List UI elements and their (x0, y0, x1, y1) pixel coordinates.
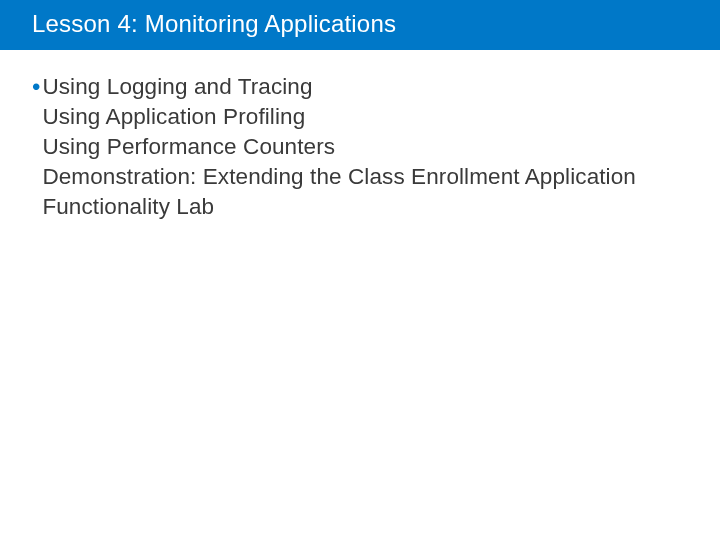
slide-title: Lesson 4: Monitoring Applications (32, 10, 396, 37)
bullet-icon: • (32, 72, 40, 102)
bullet-line: Using Application Profiling (42, 102, 680, 132)
slide-body: • Using Logging and Tracing Using Applic… (0, 50, 720, 222)
bullet-lines: Using Logging and Tracing Using Applicat… (42, 72, 680, 222)
slide-title-bar: Lesson 4: Monitoring Applications (0, 0, 720, 50)
bullet-line: Demonstration: Extending the Class Enrol… (42, 162, 680, 222)
bullet-line: Using Performance Counters (42, 132, 680, 162)
bulleted-block: • Using Logging and Tracing Using Applic… (32, 72, 680, 222)
bullet-line: Using Logging and Tracing (42, 72, 680, 102)
